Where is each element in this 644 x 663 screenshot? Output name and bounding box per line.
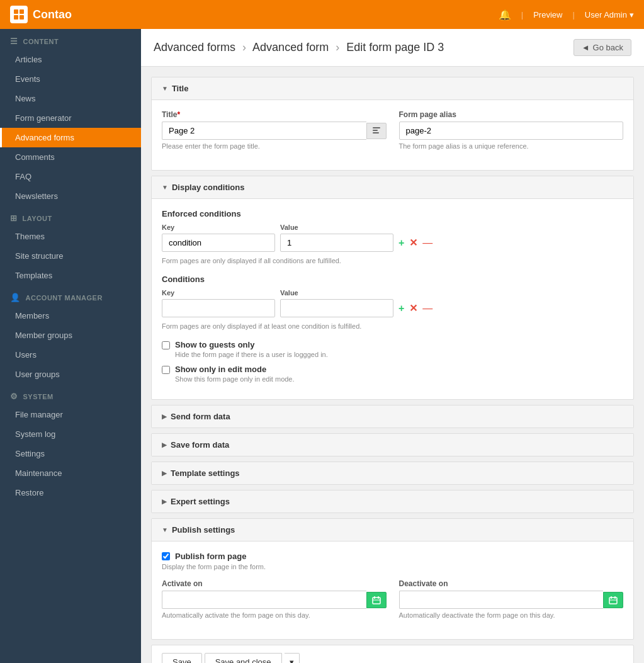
section-publish-settings-header[interactable]: ▼ Publish settings bbox=[152, 519, 633, 541]
section-expert-settings: ▶ Expert settings bbox=[151, 490, 634, 513]
logo-icon bbox=[10, 6, 28, 23]
activate-calendar-button[interactable] bbox=[366, 592, 387, 608]
enforced-key-input[interactable] bbox=[162, 234, 275, 252]
sidebar-item-user-groups[interactable]: User groups bbox=[0, 365, 141, 384]
sidebar-item-events[interactable]: Events bbox=[0, 69, 141, 89]
title-hint: Please enter the form page title. bbox=[162, 142, 387, 150]
show-guests-hint: Hide the form page if there is a user is… bbox=[175, 351, 328, 358]
section-save-form-data-header[interactable]: ▶ Save form data bbox=[152, 434, 633, 456]
title-input[interactable] bbox=[162, 122, 366, 140]
enforced-value-col-label: Value bbox=[280, 224, 393, 231]
show-guests-row: Show to guests only Hide the form page i… bbox=[162, 340, 623, 358]
show-guests-label[interactable]: Show to guests only Hide the form page i… bbox=[162, 340, 623, 358]
sidebar-item-newsletters[interactable]: Newsletters bbox=[0, 186, 141, 206]
section-send-label: Send form data bbox=[171, 412, 230, 421]
sidebar-item-member-groups[interactable]: Member groups bbox=[0, 326, 141, 345]
show-guests-label-text: Show to guests only bbox=[175, 340, 328, 349]
sidebar-section-account-manager: 👤 ACCOUNT MANAGER bbox=[0, 285, 141, 306]
section-send-form-data-header[interactable]: ▶ Send form data bbox=[152, 405, 633, 428]
condition-value-input[interactable] bbox=[280, 299, 393, 317]
sidebar-item-users[interactable]: Users bbox=[0, 345, 141, 365]
sidebar-item-settings[interactable]: Settings bbox=[0, 444, 141, 463]
show-edit-label-text: Show only in edit mode bbox=[175, 365, 295, 374]
condition-delete-button[interactable]: ✕ bbox=[409, 302, 417, 314]
breadcrumb-bar: Advanced forms › Advanced form › Edit fo… bbox=[141, 29, 644, 67]
sidebar-section-layout: ⊞ LAYOUT bbox=[0, 206, 141, 227]
user-menu[interactable]: User Admin ▾ bbox=[585, 10, 634, 20]
sidebar-item-site-structure[interactable]: Site structure bbox=[0, 246, 141, 266]
save-dropdown-button[interactable]: ▾ bbox=[285, 653, 300, 663]
enforced-key-col-label: Key bbox=[162, 224, 275, 231]
enforced-add-button[interactable]: + bbox=[398, 237, 404, 249]
publish-checkbox-row: Publish form page Display the form page … bbox=[162, 552, 623, 570]
publish-label-text: Publish form page bbox=[175, 552, 246, 561]
sidebar-item-faq[interactable]: FAQ bbox=[0, 167, 141, 186]
activate-deactivate-row: Activate on bbox=[162, 579, 623, 619]
publish-checkbox[interactable] bbox=[162, 552, 170, 560]
section-publish-arrow: ▼ bbox=[162, 526, 168, 533]
section-template-label: Template settings bbox=[171, 468, 240, 478]
form-container: ▼ Title Title* bbox=[141, 67, 644, 663]
publish-label[interactable]: Publish form page bbox=[162, 552, 623, 561]
logo-text: Contao bbox=[33, 8, 72, 21]
breadcrumb: Advanced forms › Advanced form › Edit fo… bbox=[154, 41, 444, 54]
sidebar-section-content: ☰ CONTENT bbox=[0, 29, 141, 50]
logo[interactable]: Contao bbox=[10, 6, 72, 23]
condition-key-input[interactable] bbox=[162, 299, 275, 317]
conditions-column-labels: Key Value bbox=[162, 289, 623, 297]
sidebar: ☰ CONTENT Articles Events News Form gene… bbox=[0, 29, 141, 663]
sidebar-item-form-generator[interactable]: Form generator bbox=[0, 108, 141, 128]
go-back-label: Go back bbox=[593, 43, 623, 52]
svg-rect-0 bbox=[14, 9, 18, 14]
sidebar-item-news[interactable]: News bbox=[0, 89, 141, 108]
save-button[interactable]: Save bbox=[162, 653, 202, 663]
sidebar-item-articles[interactable]: Articles bbox=[0, 50, 141, 69]
section-expert-settings-header[interactable]: ▶ Expert settings bbox=[152, 490, 633, 513]
system-section-label: SYSTEM bbox=[23, 393, 54, 400]
sidebar-item-members[interactable]: Members bbox=[0, 306, 141, 326]
deactivate-input-wrapper bbox=[399, 591, 624, 609]
svg-rect-6 bbox=[373, 132, 379, 133]
show-edit-label[interactable]: Show only in edit mode Show this form pa… bbox=[162, 365, 623, 383]
conditions: Conditions Key Value + ✕ — Form page bbox=[162, 275, 623, 330]
publish-hint: Display the form page in the form. bbox=[162, 563, 623, 570]
section-template-settings-header[interactable]: ▶ Template settings bbox=[152, 462, 633, 484]
sidebar-item-system-log[interactable]: System log bbox=[0, 424, 141, 444]
condition-add-button[interactable]: + bbox=[398, 303, 404, 314]
sidebar-item-templates[interactable]: Templates bbox=[0, 266, 141, 285]
svg-rect-2 bbox=[14, 15, 18, 20]
sidebar-item-themes[interactable]: Themes bbox=[0, 227, 141, 246]
alias-input[interactable] bbox=[399, 122, 624, 140]
preview-link[interactable]: Preview bbox=[533, 10, 562, 20]
sidebar-item-comments[interactable]: Comments bbox=[0, 147, 141, 167]
section-send-form-data: ▶ Send form data bbox=[151, 405, 634, 428]
sidebar-item-advanced-forms[interactable]: Advanced forms bbox=[0, 128, 141, 147]
section-display-conditions-header[interactable]: ▼ Display conditions bbox=[152, 176, 633, 199]
sidebar-item-file-manager[interactable]: File manager bbox=[0, 405, 141, 424]
svg-rect-11 bbox=[609, 598, 617, 604]
enforced-condition-row: + ✕ — bbox=[162, 234, 623, 252]
enforced-value-input[interactable] bbox=[280, 234, 393, 252]
go-back-button[interactable]: ◄ Go back bbox=[573, 39, 631, 56]
enforced-minus-button[interactable]: — bbox=[422, 237, 432, 249]
section-title-header[interactable]: ▼ Title bbox=[152, 77, 633, 100]
content-section-icon: ☰ bbox=[10, 37, 18, 46]
enforced-delete-button[interactable]: ✕ bbox=[409, 237, 417, 249]
show-guests-checkbox[interactable] bbox=[162, 341, 170, 349]
title-input-icon bbox=[366, 123, 387, 139]
section-display-conditions: ▼ Display conditions Enforced conditions… bbox=[151, 176, 634, 400]
notifications-icon[interactable]: 🔔 bbox=[499, 9, 511, 21]
condition-minus-button[interactable]: — bbox=[422, 303, 432, 314]
show-edit-checkbox[interactable] bbox=[162, 366, 170, 374]
sidebar-item-maintenance[interactable]: Maintenance bbox=[0, 463, 141, 483]
alias-group: Form page alias The form page alias is a… bbox=[399, 110, 624, 150]
save-and-close-button[interactable]: Save and close bbox=[205, 653, 282, 663]
activate-input[interactable] bbox=[162, 591, 366, 609]
deactivate-input[interactable] bbox=[399, 591, 604, 609]
account-section-icon: 👤 bbox=[10, 293, 21, 302]
sidebar-item-restore[interactable]: Restore bbox=[0, 483, 141, 502]
deactivate-calendar-button[interactable] bbox=[603, 592, 623, 608]
alias-hint: The form page alias is a unique referenc… bbox=[399, 142, 624, 150]
go-back-arrow-icon: ◄ bbox=[582, 43, 590, 52]
system-section-icon: ⚙ bbox=[10, 392, 18, 401]
